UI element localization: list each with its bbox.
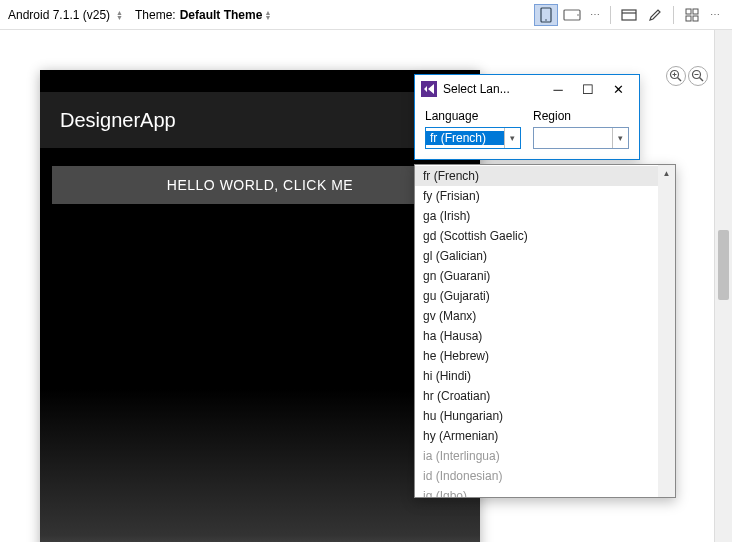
device-portrait-button[interactable] (534, 4, 558, 26)
device-landscape-button[interactable] (560, 4, 584, 26)
android-label: Android 7.1.1 (v25) (8, 8, 110, 22)
dropdown-item[interactable]: hy (Armenian) (415, 426, 675, 446)
dropdown-item[interactable]: he (Hebrew) (415, 346, 675, 366)
svg-point-3 (577, 14, 579, 16)
toolbar-separator (673, 6, 674, 24)
designer-top-toolbar: Android 7.1.1 (v25) ▲▼ Theme: Default Th… (0, 0, 732, 30)
dropdown-item[interactable]: fy (Frisian) (415, 186, 675, 206)
svg-rect-8 (686, 16, 691, 21)
svg-line-15 (700, 78, 704, 82)
edit-mode-button[interactable] (643, 4, 667, 26)
dialog-body: Language fr (French) ▾ Region ▾ (415, 103, 639, 159)
dropdown-item[interactable]: ga (Irish) (415, 206, 675, 226)
theme-value: Default Theme (180, 8, 263, 22)
more-options-button[interactable]: ⋯ (706, 9, 724, 20)
dropdown-item[interactable]: id (Indonesian) (415, 466, 675, 486)
select-language-dialog: Select Lan... ─ ☐ ✕ Language fr (French)… (414, 74, 640, 160)
phone-landscape-icon (563, 9, 581, 21)
chevron-down-icon: ▾ (504, 128, 520, 148)
region-combobox[interactable]: ▾ (533, 127, 629, 149)
language-dropdown-list[interactable]: fr (French)fy (Frisian)ga (Irish)gd (Sco… (414, 164, 676, 498)
close-button[interactable]: ✕ (603, 77, 633, 101)
dropdown-item[interactable]: gu (Gujarati) (415, 286, 675, 306)
design-canvas: DesignerApp HELLO WORLD, CLICK ME Select… (0, 30, 732, 542)
dropdown-scrollbar[interactable]: ▲ (658, 165, 675, 497)
svg-line-11 (678, 78, 682, 82)
visual-studio-icon (421, 81, 437, 97)
dialog-titlebar[interactable]: Select Lan... ─ ☐ ✕ (415, 75, 639, 103)
toolbar-separator (610, 6, 611, 24)
zoom-out-button[interactable] (688, 66, 708, 86)
theme-selector[interactable]: Default Theme ▲▼ (180, 8, 272, 22)
chevron-down-icon: ▾ (612, 128, 628, 148)
svg-rect-9 (693, 16, 698, 21)
phone-portrait-icon (540, 7, 552, 23)
dropdown-spinner-icon: ▲▼ (264, 10, 271, 20)
language-column: Language fr (French) ▾ (425, 109, 521, 149)
dropdown-item[interactable]: ia (Interlingua) (415, 446, 675, 466)
dropdown-item[interactable]: gd (Scottish Gaelic) (415, 226, 675, 246)
more-devices-button[interactable]: ⋯ (586, 9, 604, 20)
dropdown-item[interactable]: hi (Hindi) (415, 366, 675, 386)
toolbar-right-group: ⋯ ⋯ (534, 4, 724, 26)
dropdown-spinner-icon: ▲▼ (116, 10, 123, 20)
dropdown-item[interactable]: gn (Guarani) (415, 266, 675, 286)
zoom-out-icon (691, 69, 705, 83)
zoom-in-button[interactable] (666, 66, 686, 86)
scrollbar-thumb[interactable] (718, 230, 729, 300)
layout-grid-button[interactable] (680, 4, 704, 26)
language-label: Language (425, 109, 521, 123)
dropdown-items-container: fr (French)fy (Frisian)ga (Irish)gd (Sco… (415, 165, 675, 498)
region-label: Region (533, 109, 629, 123)
dropdown-item[interactable]: ig (Igbo) (415, 486, 675, 498)
canvas-vertical-scrollbar[interactable] (714, 30, 732, 542)
svg-rect-4 (622, 10, 636, 20)
scroll-up-arrow[interactable]: ▲ (658, 165, 675, 182)
minimize-button[interactable]: ─ (543, 77, 573, 101)
dropdown-item[interactable]: gv (Manx) (415, 306, 675, 326)
pencil-icon (648, 8, 662, 22)
zoom-controls (666, 66, 708, 86)
svg-point-1 (545, 19, 547, 21)
svg-rect-6 (686, 9, 691, 14)
android-version-selector[interactable]: Android 7.1.1 (v25) ▲▼ (8, 8, 123, 22)
dropdown-item[interactable]: hu (Hungarian) (415, 406, 675, 426)
hello-world-button[interactable]: HELLO WORLD, CLICK ME (52, 166, 468, 204)
language-value: fr (French) (426, 131, 504, 145)
region-column: Region ▾ (533, 109, 629, 149)
button-label: HELLO WORLD, CLICK ME (167, 177, 353, 193)
app-title: DesignerApp (60, 109, 176, 132)
theme-label: Theme: (135, 8, 176, 22)
window-mode-button[interactable] (617, 4, 641, 26)
dialog-title: Select Lan... (443, 82, 543, 96)
svg-rect-7 (693, 9, 698, 14)
dropdown-item[interactable]: hr (Croatian) (415, 386, 675, 406)
dropdown-item[interactable]: fr (French) (415, 166, 675, 186)
language-combobox[interactable]: fr (French) ▾ (425, 127, 521, 149)
dropdown-item[interactable]: gl (Galician) (415, 246, 675, 266)
maximize-button[interactable]: ☐ (573, 77, 603, 101)
dropdown-item[interactable]: ha (Hausa) (415, 326, 675, 346)
grid-icon (685, 8, 699, 22)
window-icon (621, 9, 637, 21)
zoom-in-icon (669, 69, 683, 83)
